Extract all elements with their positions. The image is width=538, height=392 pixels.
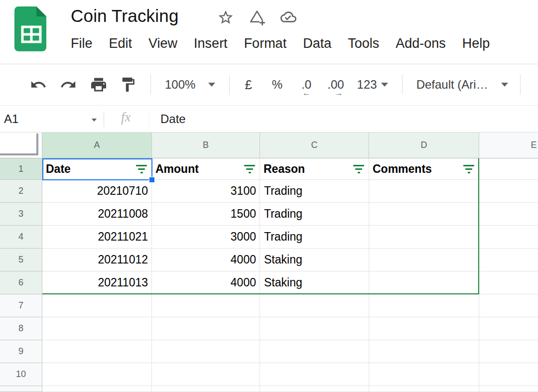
- row-header-10[interactable]: 10: [0, 363, 42, 386]
- cell-A10[interactable]: [42, 363, 152, 386]
- cell-E1[interactable]: [479, 158, 538, 180]
- cell-D3[interactable]: [369, 203, 479, 226]
- zoom-select[interactable]: 100%: [165, 78, 215, 92]
- row-header-9[interactable]: 9: [0, 340, 42, 363]
- filter-icon[interactable]: [136, 165, 147, 173]
- filter-icon[interactable]: [463, 165, 474, 173]
- menu-item-view[interactable]: View: [148, 36, 177, 51]
- font-select[interactable]: Default (Ari…: [416, 78, 508, 92]
- cell-A6[interactable]: 20211013: [42, 271, 152, 294]
- cell-D1[interactable]: Comments: [369, 158, 479, 180]
- row-header-1[interactable]: 1: [0, 158, 42, 180]
- star-icon[interactable]: [217, 9, 234, 26]
- row-header-11-partial[interactable]: [0, 386, 42, 392]
- row-header-3[interactable]: 3: [0, 203, 42, 226]
- cell-A8[interactable]: [42, 317, 152, 340]
- cell-A3[interactable]: 20211008: [42, 203, 152, 226]
- menu-item-insert[interactable]: Insert: [194, 36, 228, 51]
- cell-A1[interactable]: Date: [42, 158, 152, 180]
- name-box[interactable]: A1: [4, 106, 18, 132]
- cell-D10[interactable]: [369, 363, 479, 386]
- menu-item-help[interactable]: Help: [462, 36, 490, 51]
- cell-A11[interactable]: [42, 386, 152, 392]
- name-box-caret-icon[interactable]: [92, 119, 97, 122]
- cell-E3[interactable]: [479, 203, 538, 226]
- sheets-logo-icon[interactable]: [13, 6, 49, 51]
- cell-B8[interactable]: [152, 317, 260, 340]
- menu-item-tools[interactable]: Tools: [348, 36, 379, 51]
- currency-format-button[interactable]: £: [245, 77, 252, 93]
- select-all-corner[interactable]: [0, 132, 42, 158]
- cell-D5[interactable]: [369, 249, 479, 271]
- row-header-5[interactable]: 5: [0, 249, 42, 271]
- cell-C1[interactable]: Reason: [260, 158, 369, 180]
- cell-B6[interactable]: 4000: [152, 271, 260, 294]
- cell-C2[interactable]: Trading: [260, 180, 369, 203]
- cell-E11[interactable]: [479, 386, 538, 392]
- cell-D7[interactable]: [369, 294, 479, 317]
- cell-B11[interactable]: [152, 386, 260, 392]
- cell-E8[interactable]: [479, 317, 538, 340]
- cell-D6[interactable]: [369, 271, 479, 294]
- decrease-decimals-button[interactable]: .0←: [301, 78, 311, 92]
- column-header-c[interactable]: C: [260, 132, 369, 158]
- paint-format-button[interactable]: [120, 76, 136, 93]
- cell-B3[interactable]: 1500: [152, 203, 260, 226]
- document-title[interactable]: Coin Tracking: [71, 6, 179, 26]
- cell-B1[interactable]: Amount: [152, 158, 260, 180]
- fill-handle[interactable]: [149, 177, 155, 183]
- row-header-4[interactable]: 4: [0, 226, 42, 249]
- menu-item-data[interactable]: Data: [303, 36, 331, 51]
- cell-C7[interactable]: [260, 294, 369, 317]
- cell-D8[interactable]: [369, 317, 479, 340]
- cell-C11[interactable]: [260, 386, 369, 392]
- column-header-e[interactable]: E: [479, 132, 538, 158]
- cell-E4[interactable]: [479, 226, 538, 249]
- cell-D2[interactable]: [369, 180, 479, 203]
- menu-item-edit[interactable]: Edit: [109, 36, 133, 51]
- cell-D11[interactable]: [369, 386, 479, 392]
- cell-B7[interactable]: [152, 294, 260, 317]
- menu-item-add-ons[interactable]: Add-ons: [396, 36, 446, 51]
- row-header-2[interactable]: 2: [0, 180, 42, 203]
- row-header-8[interactable]: 8: [0, 317, 42, 340]
- cell-A5[interactable]: 20211012: [42, 249, 152, 271]
- column-header-d[interactable]: D: [369, 132, 479, 158]
- print-button[interactable]: [90, 76, 108, 94]
- cell-D9[interactable]: [369, 340, 479, 363]
- more-formats-button[interactable]: 123: [357, 78, 388, 92]
- cell-C10[interactable]: [260, 363, 369, 386]
- cell-B5[interactable]: 4000: [152, 249, 260, 271]
- cell-B2[interactable]: 3100: [152, 180, 260, 203]
- filter-icon[interactable]: [244, 165, 255, 173]
- add-shortcut-to-drive-icon[interactable]: [248, 9, 266, 26]
- cloud-saved-icon[interactable]: [279, 9, 298, 25]
- row-header-6[interactable]: 6: [0, 271, 42, 294]
- cell-A9[interactable]: [42, 340, 152, 363]
- menu-item-format[interactable]: Format: [244, 36, 287, 51]
- cell-D4[interactable]: [369, 226, 479, 249]
- cell-C4[interactable]: Trading: [260, 226, 369, 249]
- cell-E7[interactable]: [479, 294, 538, 317]
- cell-A4[interactable]: 20211021: [42, 226, 152, 249]
- cell-C9[interactable]: [260, 340, 369, 363]
- percent-format-button[interactable]: %: [272, 78, 282, 92]
- cell-E9[interactable]: [479, 340, 538, 363]
- cell-C3[interactable]: Trading: [260, 203, 369, 226]
- undo-button[interactable]: [30, 76, 47, 93]
- increase-decimals-button[interactable]: .00→: [327, 78, 344, 92]
- column-header-b[interactable]: B: [152, 132, 260, 158]
- cell-B9[interactable]: [152, 340, 260, 363]
- cell-A2[interactable]: 20210710: [42, 180, 152, 203]
- cell-B4[interactable]: 3000: [152, 226, 260, 249]
- cell-B10[interactable]: [152, 363, 260, 386]
- cell-E2[interactable]: [479, 180, 538, 203]
- cell-C5[interactable]: Staking: [260, 249, 369, 271]
- cell-E10[interactable]: [479, 363, 538, 386]
- column-header-a[interactable]: A: [42, 132, 152, 158]
- cell-C6[interactable]: Staking: [260, 271, 369, 294]
- cell-E6[interactable]: [479, 271, 538, 294]
- cell-C8[interactable]: [260, 317, 369, 340]
- row-header-7[interactable]: 7: [0, 294, 42, 317]
- redo-button[interactable]: [60, 76, 77, 93]
